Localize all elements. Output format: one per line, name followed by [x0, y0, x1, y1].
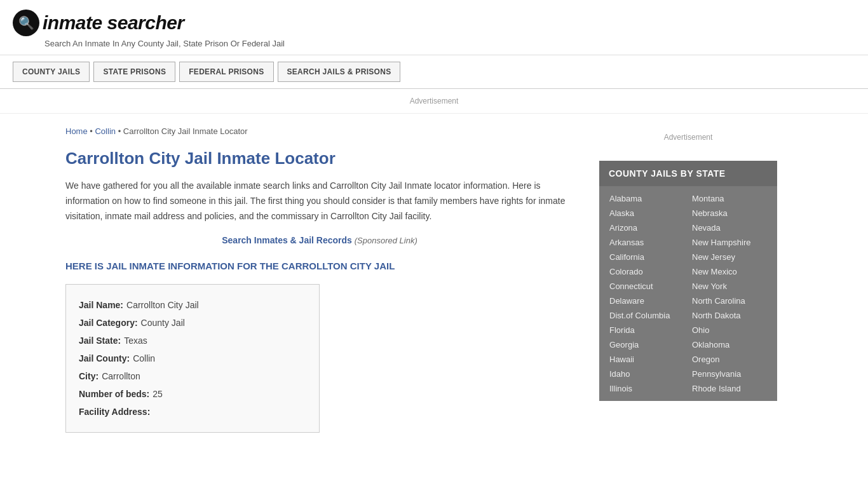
state-item[interactable]: Oregon — [688, 352, 771, 367]
nav-county-jails[interactable]: COUNTY JAILS — [13, 62, 90, 82]
state-list-right-col: MontanaNebraskaNevadaNew HampshireNew Je… — [688, 191, 771, 396]
jail-name-label: Jail Name: — [79, 296, 123, 314]
jail-state-label: Jail State: — [79, 332, 121, 349]
state-item[interactable]: Rhode Island — [688, 381, 771, 396]
nav-state-prisons[interactable]: STATE PRISONS — [93, 62, 175, 82]
info-row-jail-name: Jail Name: Carrollton City Jail — [79, 296, 306, 314]
state-item[interactable]: California — [606, 250, 688, 264]
header: 🔍 inmate searcher Search An Inmate In An… — [0, 0, 868, 55]
sponsored-tag: (Sponsored Link) — [355, 236, 417, 245]
jail-county-label: Jail County: — [79, 349, 130, 367]
section-heading: HERE IS JAIL INMATE INFORMATION FOR THE … — [65, 261, 574, 271]
nav-federal-prisons[interactable]: FEDERAL PRISONS — [179, 62, 273, 82]
state-item[interactable]: Colorado — [606, 264, 688, 279]
logo-icon: 🔍 — [13, 10, 39, 36]
tagline: Search An Inmate In Any County Jail, Sta… — [44, 39, 855, 48]
nav-search-jails[interactable]: SEARCH JAILS & PRISONS — [278, 62, 401, 82]
state-item[interactable]: New Mexico — [688, 264, 771, 279]
state-item[interactable]: North Carolina — [688, 294, 771, 308]
sponsored-link-area: Search Inmates & Jail Records (Sponsored… — [65, 235, 574, 245]
page-title: Carrollton City Jail Inmate Locator — [65, 149, 574, 168]
info-box: Jail Name: Carrollton City Jail Jail Cat… — [65, 284, 320, 433]
jail-state-value: Texas — [124, 332, 147, 349]
state-item[interactable]: Hawaii — [606, 352, 688, 367]
sponsored-link[interactable]: Search Inmates & Jail Records — [222, 235, 355, 245]
state-item[interactable]: Ohio — [688, 323, 771, 337]
state-widget: COUNTY JAILS BY STATE AlabamaAlaskaArizo… — [599, 161, 777, 401]
info-row-jail-category: Jail Category: County Jail — [79, 314, 306, 332]
state-item[interactable]: Arizona — [606, 220, 688, 235]
state-item[interactable]: Alabama — [606, 191, 688, 206]
jail-category-label: Jail Category: — [79, 314, 138, 332]
state-item[interactable]: North Dakota — [688, 308, 771, 323]
breadcrumb-home[interactable]: Home — [65, 126, 88, 136]
state-item[interactable]: New Hampshire — [688, 235, 771, 250]
sidebar: Advertisement COUNTY JAILS BY STATE Alab… — [587, 114, 777, 445]
state-item[interactable]: Connecticut — [606, 279, 688, 294]
state-item[interactable]: Montana — [688, 191, 771, 206]
info-row-jail-state: Jail State: Texas — [79, 332, 306, 349]
jail-county-value: Collin — [133, 349, 155, 367]
beds-value: 25 — [153, 385, 163, 403]
breadcrumb-current: Carrollton City Jail Inmate Locator — [123, 126, 248, 136]
state-item[interactable]: Delaware — [606, 294, 688, 308]
logo-area: 🔍 inmate searcher — [13, 10, 855, 36]
state-list-left-col: AlabamaAlaskaArizonaArkansasCaliforniaCo… — [606, 191, 688, 396]
sidebar-ad: Advertisement — [599, 126, 777, 148]
state-item[interactable]: Nevada — [688, 220, 771, 235]
state-item[interactable]: Nebraska — [688, 206, 771, 220]
state-item[interactable]: Georgia — [606, 337, 688, 352]
main-layout: Home • Collin • Carrollton City Jail Inm… — [53, 114, 815, 445]
breadcrumb-sep2: • — [118, 126, 123, 136]
state-widget-header: COUNTY JAILS BY STATE — [599, 161, 777, 186]
state-item[interactable]: New Jersey — [688, 250, 771, 264]
breadcrumb: Home • Collin • Carrollton City Jail Inm… — [65, 126, 574, 136]
jail-category-value: County Jail — [141, 314, 185, 332]
state-item[interactable]: Dist.of Columbia — [606, 308, 688, 323]
logo-italic: inmate searcher — [43, 12, 184, 33]
state-item[interactable]: Arkansas — [606, 235, 688, 250]
state-item[interactable]: New York — [688, 279, 771, 294]
logo-magnifier: 🔍 — [18, 15, 34, 30]
state-item[interactable]: Florida — [606, 323, 688, 337]
ad-banner: Advertisement — [0, 89, 868, 114]
logo-text: inmate searcher — [43, 12, 184, 34]
breadcrumb-collin[interactable]: Collin — [95, 126, 116, 136]
state-list: AlabamaAlaskaArizonaArkansasCaliforniaCo… — [599, 186, 777, 401]
content-area: Home • Collin • Carrollton City Jail Inm… — [65, 114, 587, 445]
beds-label: Number of beds: — [79, 385, 149, 403]
facility-address-label: Facility Address: — [79, 403, 150, 421]
nav-bar: COUNTY JAILS STATE PRISONS FEDERAL PRISO… — [0, 55, 868, 89]
city-label: City: — [79, 367, 98, 385]
state-item[interactable]: Pennsylvania — [688, 367, 771, 381]
city-value: Carrollton — [102, 367, 140, 385]
description: We have gathered for you all the availab… — [65, 179, 574, 224]
info-row-beds: Number of beds: 25 — [79, 385, 306, 403]
info-row-city: City: Carrollton — [79, 367, 306, 385]
jail-name-value: Carrollton City Jail — [126, 296, 199, 314]
info-row-facility-address: Facility Address: — [79, 403, 306, 421]
state-item[interactable]: Oklahoma — [688, 337, 771, 352]
state-item[interactable]: Alaska — [606, 206, 688, 220]
state-item[interactable]: Idaho — [606, 367, 688, 381]
info-row-jail-county: Jail County: Collin — [79, 349, 306, 367]
state-item[interactable]: Illinois — [606, 381, 688, 396]
